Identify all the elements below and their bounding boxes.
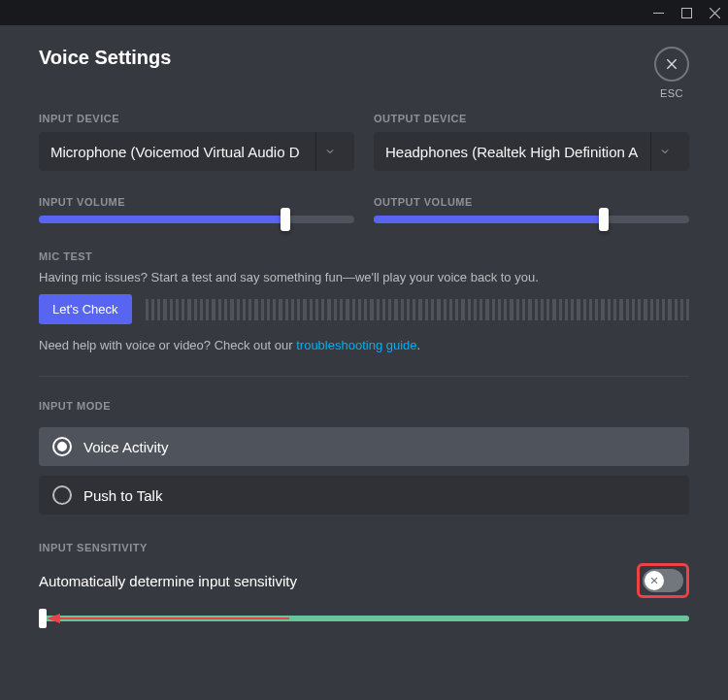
annotation-arrow-icon <box>47 612 289 625</box>
auto-sensitivity-toggle[interactable] <box>643 569 683 592</box>
svg-rect-0 <box>653 13 664 14</box>
help-text: Need help with voice or video? Check out… <box>39 338 689 352</box>
output-volume-label: OUTPUT VOLUME <box>374 196 689 208</box>
close-icon <box>664 56 679 72</box>
radio-icon <box>52 437 72 456</box>
toggle-knob <box>645 571 664 590</box>
input-mode-voice-activity[interactable]: Voice Activity <box>39 427 689 466</box>
chevron-down-icon <box>315 132 343 171</box>
annotation-highlight <box>637 563 689 598</box>
troubleshooting-link[interactable]: troubleshooting guide <box>296 338 416 352</box>
input-mode-push-to-talk[interactable]: Push to Talk <box>39 476 689 515</box>
input-volume-slider[interactable] <box>39 216 354 223</box>
mic-test-description: Having mic issues? Start a test and say … <box>39 270 689 284</box>
sensitivity-thumb[interactable] <box>39 609 47 628</box>
mode-label: Push to Talk <box>83 487 162 504</box>
mic-test-button[interactable]: Let's Check <box>39 294 132 324</box>
output-device-value: Headphones (Realtek High Definition A <box>385 144 650 160</box>
mode-label: Voice Activity <box>83 439 169 455</box>
svg-marker-3 <box>47 614 60 623</box>
input-volume-thumb[interactable] <box>281 208 290 231</box>
output-volume-slider[interactable] <box>374 216 689 223</box>
input-mode-label: INPUT MODE <box>39 400 689 412</box>
input-device-select[interactable]: Microphone (Voicemod Virtual Audio D <box>39 132 354 171</box>
input-device-value: Microphone (Voicemod Virtual Audio D <box>50 144 315 160</box>
close-settings-button[interactable] <box>654 47 689 82</box>
close-icon <box>649 576 659 585</box>
page-title: Voice Settings <box>39 47 171 69</box>
input-volume-label: INPUT VOLUME <box>39 196 354 208</box>
window-close-icon[interactable] <box>710 8 720 18</box>
auto-sensitivity-label: Automatically determine input sensitivit… <box>39 573 297 589</box>
close-esc-label: ESC <box>654 87 689 99</box>
output-volume-thumb[interactable] <box>599 208 609 231</box>
chevron-down-icon <box>650 132 678 171</box>
input-sensitivity-label: INPUT SENSITIVITY <box>39 542 689 553</box>
window-maximize-icon[interactable] <box>681 8 692 18</box>
mic-test-label: MIC TEST <box>39 250 689 262</box>
section-divider <box>39 376 689 377</box>
input-device-label: INPUT DEVICE <box>39 113 354 124</box>
output-device-select[interactable]: Headphones (Realtek High Definition A <box>374 132 689 171</box>
radio-icon <box>52 485 72 505</box>
output-device-label: OUTPUT DEVICE <box>374 113 689 124</box>
window-minimize-icon[interactable] <box>653 8 664 18</box>
mic-level-meter <box>146 299 689 320</box>
settings-panel: Voice Settings ESC INPUT DEVICE Micropho… <box>0 25 728 700</box>
svg-rect-1 <box>682 8 692 17</box>
sensitivity-slider[interactable] <box>39 616 689 621</box>
window-titlebar <box>0 0 728 25</box>
